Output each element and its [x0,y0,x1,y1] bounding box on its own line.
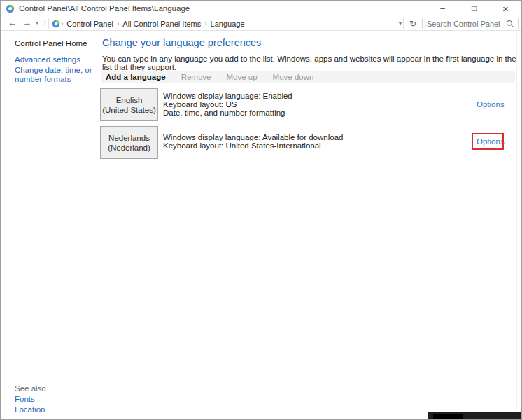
detail-line: Windows display language: Enabled [163,92,292,100]
move-up-button[interactable]: Move up [218,73,264,81]
sidebar-item-control-panel-home[interactable]: Control Panel Home [15,39,87,48]
add-a-language-button[interactable]: Add a language [101,73,174,81]
nav-history-dropdown-icon[interactable]: ▾ [34,16,40,30]
page-title: Change your language preferences [102,37,261,48]
sidebar-divider [9,381,90,382]
search-icon[interactable] [506,20,514,28]
address-dropdown-icon[interactable]: ▾ [397,17,403,31]
remove-button[interactable]: Remove [174,73,219,81]
dark-overlay-fragment [428,412,522,420]
detail-line: Keyboard layout: US [163,100,292,108]
close-button[interactable]: × [490,1,521,16]
command-bar: Add a language Remove Move up Move down [101,71,515,83]
detail-line: Date, time, and number formatting [163,108,292,117]
breadcrumb-language[interactable]: Language [208,20,248,28]
caption-buttons: – □ × [427,1,521,16]
sidebar-item-fonts[interactable]: Fonts [15,395,35,403]
control-panel-window: Control Panel\All Control Panel Items\La… [0,0,522,420]
detail-line: Keyboard layout: United States-Internati… [163,141,343,150]
search-input[interactable] [423,20,506,28]
refresh-icon[interactable]: ↻ [407,18,419,29]
control-panel-icon [6,4,15,13]
options-link-nederlands[interactable]: Options [477,137,505,146]
page-description: You can type in any language you add to … [102,55,521,71]
search-box [422,18,519,29]
sidebar-item-change-formats[interactable]: Change date, time, or number formats [15,66,93,84]
content-right-divider [516,31,517,412]
language-tile-nederlands[interactable]: Nederlands (Nederland) [100,126,158,159]
minimize-button[interactable]: – [427,1,458,16]
language-details-nederlands: Windows display language: Available for … [163,133,343,150]
title-bar: Control Panel\All Control Panel Items\La… [1,1,521,16]
forward-icon[interactable]: → [20,16,34,30]
language-details-english: Windows display language: Enabled Keyboa… [163,92,292,118]
maximize-button[interactable]: □ [458,1,490,16]
sidebar: Control Panel Home Advanced settings Cha… [1,31,99,418]
window-title: Control Panel\All Control Panel Items\La… [19,4,190,13]
overlay-thumbnail-box [433,414,463,420]
back-icon[interactable]: ← [5,16,20,30]
options-link-english[interactable]: Options [477,100,505,108]
move-down-button[interactable]: Move down [265,73,322,81]
language-tile-english[interactable]: English (United States) [100,88,158,121]
navigation-bar: ← → ▾ ↑ › Control Panel › All Control Pa… [1,16,521,31]
control-panel-breadcrumb-icon [52,20,60,28]
sidebar-item-location[interactable]: Location [15,405,45,414]
detail-line: Windows display language: Available for … [163,133,343,141]
breadcrumb-control-panel[interactable]: Control Panel [64,20,116,28]
see-also-label: See also [15,384,46,393]
address-bar[interactable]: › Control Panel › All Control Panel Item… [48,18,404,29]
options-column-divider [474,88,474,412]
sidebar-item-advanced-settings[interactable]: Advanced settings [15,55,80,64]
breadcrumb-all-control-panel-items[interactable]: All Control Panel Items [120,20,204,28]
